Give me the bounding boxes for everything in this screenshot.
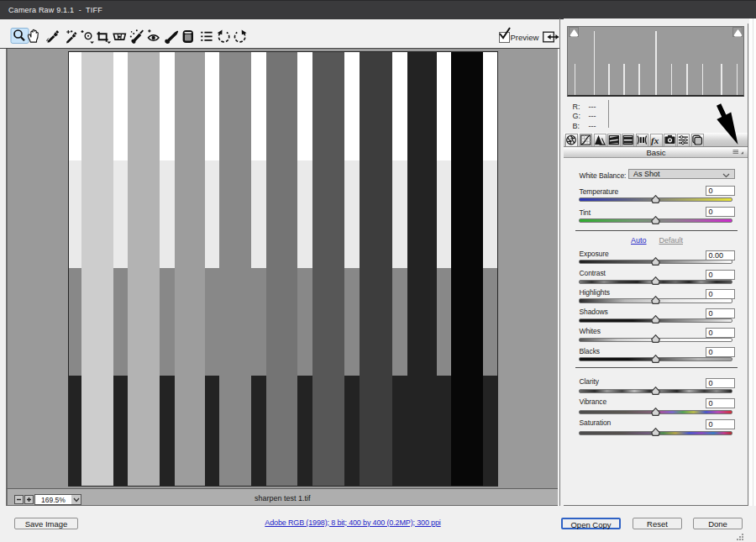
svg-text:fx: fx (651, 134, 659, 145)
